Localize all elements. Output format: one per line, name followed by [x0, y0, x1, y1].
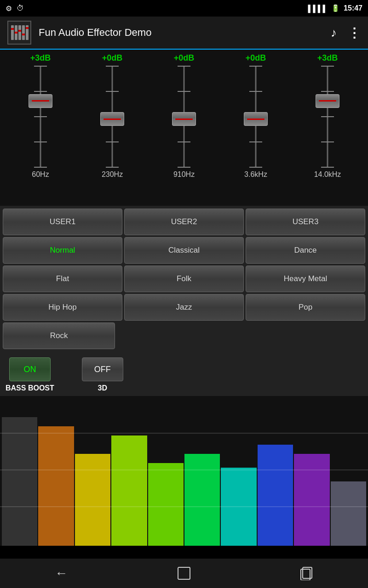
status-bar: ⚙ ⏱ ▌▌▌▌ 🔋 15:47	[0, 0, 368, 17]
spec-bar-col-5	[184, 396, 220, 546]
svg-rect-10	[178, 567, 190, 579]
nav-bar: ←	[0, 559, 368, 588]
preset-btn-user2[interactable]: USER2	[124, 209, 244, 235]
spectrum-visualizer	[0, 396, 368, 546]
eq-handle-1[interactable]	[100, 112, 124, 126]
home-button[interactable]	[166, 564, 202, 582]
recents-button[interactable]	[288, 564, 325, 582]
equalizer: +3dB60Hz+0dB230Hz+0dB910Hz+0dB3.6kHz+3dB…	[0, 50, 368, 206]
clock-icon: ⏱	[17, 4, 24, 12]
preset-btn-heavy-metal[interactable]: Heavy Metal	[246, 266, 365, 292]
effect-label-3d: 3D	[98, 384, 107, 392]
menu-icon[interactable]: ⋮	[348, 25, 361, 40]
spec-bar-0	[2, 417, 37, 546]
preset-btn-user1[interactable]: USER1	[3, 209, 122, 235]
spectrum-divider	[0, 469, 368, 470]
svg-rect-7	[22, 34, 25, 35]
eq-freq-label-4: 14.0kHz	[314, 170, 341, 179]
spectrum-bars	[0, 396, 368, 546]
app-title: Fun Audio Effector Demo	[39, 27, 331, 39]
spec-bar-7	[258, 445, 293, 546]
back-button[interactable]: ←	[43, 564, 80, 582]
spec-bar-col-3	[111, 396, 147, 546]
eq-band-4[interactable]: +3dB14.0kHz	[295, 53, 360, 200]
eq-db-label-1: +0dB	[102, 53, 123, 63]
eq-band-3[interactable]: +0dB3.6kHz	[224, 53, 288, 200]
effect-group-bass-boost: ONBASS BOOST	[6, 357, 54, 392]
status-left-icons: ⚙ ⏱	[6, 4, 24, 13]
preset-btn-normal[interactable]: Normal	[3, 237, 122, 264]
eq-handle-3[interactable]	[244, 112, 268, 126]
eq-handle-2[interactable]	[172, 112, 196, 126]
app-bar-actions: ♪ ⋮	[331, 25, 361, 40]
spec-bar-col-8	[294, 396, 329, 546]
eq-freq-label-0: 60Hz	[32, 170, 49, 179]
music-icon[interactable]: ♪	[331, 26, 337, 40]
eq-band-0[interactable]: +3dB60Hz	[8, 53, 73, 200]
svg-rect-0	[11, 25, 14, 40]
spec-bar-5	[184, 454, 220, 546]
effects-section: ONBASS BOOSTOFF3D	[0, 354, 368, 396]
eq-freq-label-3: 3.6kHz	[244, 170, 267, 179]
spec-bar-col-0	[2, 396, 37, 546]
preset-btn-jazz[interactable]: Jazz	[124, 294, 244, 321]
eq-band-2[interactable]: +0dB910Hz	[152, 53, 216, 200]
eq-db-label-4: +3dB	[317, 53, 338, 63]
eq-handle-0[interactable]	[29, 94, 52, 108]
svg-rect-9	[26, 27, 29, 29]
spectrum-divider	[0, 433, 368, 434]
preset-btn-dance[interactable]: Dance	[246, 237, 365, 264]
preset-btn-pop[interactable]: Pop	[246, 294, 365, 321]
svg-rect-1	[11, 28, 14, 30]
spec-bar-4	[148, 463, 184, 546]
effect-toggle-bass-boost[interactable]: ON	[9, 357, 51, 381]
svg-rect-6	[22, 25, 25, 40]
battery-icon: 🔋	[331, 4, 340, 12]
preset-row-last: Rock	[3, 322, 365, 349]
eq-band-1[interactable]: +0dB230Hz	[80, 53, 144, 200]
eq-freq-label-1: 230Hz	[102, 170, 123, 179]
preset-row-3: Hip HopJazzPop	[3, 294, 365, 321]
notification-icon: ⚙	[6, 4, 12, 13]
spec-bar-col-6	[221, 396, 256, 546]
preset-btn-flat[interactable]: Flat	[3, 266, 122, 292]
eq-freq-label-2: 910Hz	[173, 170, 195, 179]
preset-btn-classical[interactable]: Classical	[124, 237, 244, 264]
preset-row-2: FlatFolkHeavy Metal	[3, 266, 365, 292]
preset-btn-user3[interactable]: USER3	[246, 209, 365, 235]
spectrum-divider	[0, 506, 368, 507]
eq-db-label-0: +3dB	[30, 53, 51, 63]
preset-btn-hip-hop[interactable]: Hip Hop	[3, 294, 122, 321]
preset-btn-rock[interactable]: Rock	[3, 322, 115, 349]
preset-row-0: USER1USER2USER3	[3, 209, 365, 235]
svg-rect-3	[15, 32, 17, 34]
preset-btn-folk[interactable]: Folk	[124, 266, 244, 292]
spec-bar-col-4	[148, 396, 184, 546]
spec-bar-8	[294, 454, 329, 546]
app-icon	[7, 21, 31, 45]
svg-rect-4	[18, 25, 21, 40]
spec-bar-col-9	[331, 396, 366, 546]
spec-bar-2	[75, 454, 110, 546]
eq-db-label-2: +0dB	[174, 53, 195, 63]
spec-bar-9	[331, 481, 366, 546]
signal-icon: ▌▌▌▌	[308, 5, 328, 12]
effect-group-3d: OFF3D	[82, 357, 123, 392]
svg-rect-5	[18, 30, 21, 32]
eq-handle-4[interactable]	[316, 94, 339, 108]
effect-toggle-3d[interactable]: OFF	[82, 357, 123, 381]
preset-row-1: NormalClassicalDance	[3, 237, 365, 264]
spec-bar-1	[38, 426, 74, 546]
effect-label-bass-boost: BASS BOOST	[6, 384, 54, 392]
spec-bar-3	[111, 435, 147, 546]
spec-bar-col-1	[38, 396, 74, 546]
presets-section: USER1USER2USER3NormalClassicalDanceFlatF…	[0, 206, 368, 354]
status-time: 15:47	[344, 4, 362, 12]
eq-db-label-3: +0dB	[246, 53, 266, 63]
app-bar: Fun Audio Effector Demo ♪ ⋮	[0, 17, 368, 50]
spec-bar-col-7	[258, 396, 293, 546]
spec-bar-col-2	[75, 396, 110, 546]
status-right-icons: ▌▌▌▌ 🔋 15:47	[308, 4, 362, 12]
